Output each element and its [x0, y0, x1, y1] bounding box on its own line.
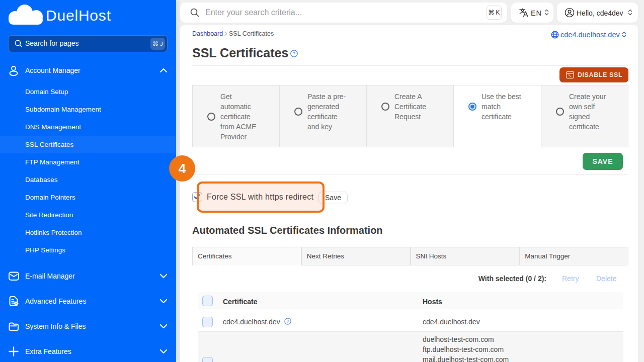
svg-text:?: ? — [293, 51, 295, 56]
svg-text:?: ? — [286, 319, 289, 324]
